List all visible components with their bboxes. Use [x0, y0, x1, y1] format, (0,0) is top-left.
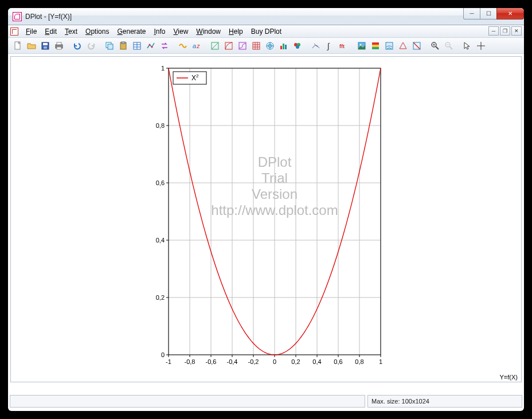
svg-text:0,8: 0,8 — [156, 122, 165, 129]
toolbar: az ∫ fft — [8, 38, 524, 54]
menu-options[interactable]: Options — [81, 26, 113, 37]
menu-help[interactable]: Help — [225, 26, 247, 37]
menu-file[interactable]: File — [22, 26, 41, 37]
contour-lines-icon[interactable] — [383, 40, 396, 52]
bar-chart-icon[interactable] — [277, 40, 290, 52]
window-title: DPlot - [Y=f(X)] — [25, 13, 72, 21]
colors-icon[interactable] — [291, 40, 304, 52]
maximize-button[interactable]: ☐ — [480, 8, 497, 19]
svg-line-20 — [212, 42, 218, 49]
linear-scale-icon[interactable] — [209, 40, 221, 52]
triangle-plot-icon[interactable] — [397, 40, 409, 52]
menu-text[interactable]: Text — [61, 26, 81, 37]
function-icon[interactable] — [177, 40, 189, 52]
svg-text:0: 0 — [273, 358, 276, 365]
chart-canvas[interactable]: -1-0,8-0,6-0,4-0,200,20,40,60,8100,20,40… — [146, 62, 386, 372]
mdi-close-button[interactable]: ✕ — [511, 26, 522, 36]
paste-icon[interactable] — [117, 40, 130, 52]
copy-image-icon[interactable] — [103, 40, 116, 52]
edit-points-icon[interactable] — [144, 40, 157, 52]
menu-generate[interactable]: Generate — [113, 26, 150, 37]
svg-rect-23 — [253, 42, 260, 49]
contour-fill-icon[interactable] — [369, 40, 382, 52]
mdi-minimize-button[interactable]: ─ — [488, 26, 499, 36]
menu-view[interactable]: View — [170, 26, 193, 37]
svg-rect-43 — [372, 42, 379, 45]
svg-rect-32 — [280, 46, 282, 49]
svg-text:0,2: 0,2 — [291, 358, 300, 365]
svg-point-37 — [296, 45, 299, 49]
document-icon[interactable] — [10, 28, 18, 36]
svg-rect-8 — [108, 44, 113, 49]
status-main — [10, 395, 365, 408]
text-style-icon[interactable]: az — [190, 40, 203, 52]
svg-line-54 — [449, 46, 452, 49]
svg-rect-33 — [283, 44, 284, 49]
zoom-in-icon[interactable] — [429, 40, 441, 52]
svg-rect-34 — [285, 45, 287, 49]
svg-rect-6 — [57, 47, 61, 49]
svg-point-15 — [149, 44, 151, 45]
svg-line-38 — [314, 44, 318, 47]
pointer-icon[interactable] — [461, 40, 474, 52]
data-table-icon[interactable] — [131, 40, 143, 52]
mdi-restore-button[interactable]: ❐ — [500, 26, 510, 36]
svg-text:0,6: 0,6 — [334, 358, 342, 365]
svg-text:z: z — [196, 42, 200, 49]
zoom-out-icon — [443, 40, 455, 52]
menu-window[interactable]: Window — [192, 26, 225, 37]
svg-text:0,2: 0,2 — [156, 294, 165, 301]
undo-icon[interactable] — [71, 40, 84, 52]
titlebar: DPlot - [Y=f(X)] ─ ☐ ✕ — [8, 8, 524, 25]
new-icon[interactable] — [11, 40, 24, 52]
menubar: FileEditTextOptionsGenerateInfoViewWindo… — [8, 25, 524, 38]
svg-text:-0,2: -0,2 — [248, 358, 259, 365]
cross-section-icon[interactable] — [410, 40, 423, 52]
prob-scale-icon[interactable] — [236, 40, 249, 52]
save-icon[interactable] — [39, 40, 52, 52]
svg-text:http://www.dplot.com: http://www.dplot.com — [211, 202, 338, 218]
svg-text:fft: fft — [339, 44, 345, 49]
log-scale-icon[interactable] — [222, 40, 235, 52]
svg-text:0,4: 0,4 — [312, 358, 321, 365]
svg-text:-0,8: -0,8 — [185, 358, 195, 365]
mdi-controls: ─ ❐ ✕ — [488, 26, 522, 36]
svg-rect-45 — [372, 47, 379, 49]
menu-buy-dplot[interactable]: Buy DPlot — [247, 26, 285, 37]
menu-edit[interactable]: Edit — [41, 26, 61, 37]
app-window: DPlot - [Y=f(X)] ─ ☐ ✕ FileEditTextOptio… — [8, 8, 524, 411]
svg-text:1: 1 — [379, 358, 382, 365]
svg-text:-0,6: -0,6 — [206, 358, 217, 365]
svg-text:Trial: Trial — [261, 170, 288, 186]
redo-icon[interactable] — [85, 40, 97, 52]
grid-box-icon[interactable] — [250, 40, 263, 52]
status-plot-type: Y=f(X) — [500, 374, 518, 381]
window-controls: ─ ☐ ✕ — [464, 8, 524, 19]
open-icon[interactable] — [25, 40, 38, 52]
statusbar: Max. size: 100x1024 — [10, 395, 522, 409]
fft-icon[interactable]: fft — [337, 40, 350, 52]
polar-icon[interactable] — [264, 40, 276, 52]
integral-icon[interactable]: ∫ — [323, 40, 336, 52]
menu-info[interactable]: Info — [150, 26, 170, 37]
svg-text:0: 0 — [161, 351, 165, 358]
print-icon[interactable] — [53, 40, 65, 52]
svg-text:0,4: 0,4 — [156, 237, 165, 244]
swap-xy-icon[interactable] — [158, 40, 171, 52]
close-button[interactable]: ✕ — [496, 8, 524, 19]
image-plot-icon[interactable] — [355, 40, 368, 52]
svg-text:0,6: 0,6 — [156, 179, 165, 186]
svg-point-42 — [360, 44, 362, 45]
app-icon — [13, 12, 22, 21]
svg-point-16 — [151, 46, 153, 48]
plot-area: -1-0,8-0,6-0,4-0,200,20,40,60,8100,20,40… — [10, 56, 522, 382]
svg-line-50 — [436, 46, 439, 49]
minimize-button[interactable]: ─ — [463, 8, 480, 19]
derivative-icon[interactable] — [310, 40, 322, 52]
svg-rect-10 — [122, 42, 125, 44]
status-size: Max. size: 100x1024 — [367, 395, 522, 408]
svg-rect-44 — [372, 45, 379, 47]
crosshair-icon[interactable] — [475, 40, 487, 52]
svg-rect-5 — [57, 42, 61, 45]
svg-text:∫: ∫ — [327, 41, 330, 50]
